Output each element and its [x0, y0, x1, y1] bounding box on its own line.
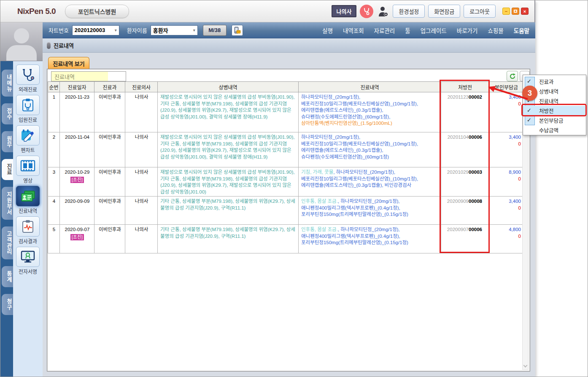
checkmark-icon: ✓ — [527, 117, 531, 123]
table-row[interactable]: 42020-09-09이비인후과나의사기타 근통, 상세불명 부분(M79.19… — [48, 197, 524, 225]
screen-lock-button[interactable]: 화면잠금 — [428, 5, 460, 18]
stethoscope-badge-icon[interactable] — [360, 5, 373, 18]
treatment-history-table: 순번진료일자진료과진료의사상병내역진료내역처방전본인부담금 12020-11-2… — [48, 81, 524, 253]
sex-age-button[interactable]: M/38 — [203, 25, 227, 36]
column-header-5[interactable]: 진료내역 — [299, 82, 441, 92]
popup-item-3[interactable]: ✓처방전 — [523, 106, 586, 116]
diagnosis-cell: 재발성으로 명시되어 있지 않은 상세불명의 급성 부비동염(J01.90), … — [158, 132, 299, 167]
diagnosis-cell: 기타 근통, 상세불명 부분(M79.198), 상세불명의 위염(K29.7)… — [158, 197, 299, 225]
popup-item-0[interactable]: ✓진료과 — [523, 77, 586, 86]
sidebar-tab-1[interactable]: 접수 — [2, 103, 13, 124]
chevron-down-icon — [523, 364, 528, 368]
sidebar-item-label: 전자서명 — [19, 268, 37, 275]
chart-number-value: 2020120003 — [75, 27, 105, 33]
table-row[interactable]: 12020-11-23이비인후과나의사재발성으로 명시되어 있지 않은 상세불명… — [48, 92, 524, 132]
chart-number-label: 차트번호 — [49, 26, 69, 34]
menu-item-1[interactable]: 내역조회 — [343, 26, 364, 35]
sidebar-item-6[interactable]: 전자서명 — [16, 247, 40, 275]
copay-cell: 3,4000 — [489, 197, 524, 225]
phone-message-icon[interactable] — [232, 25, 243, 36]
refresh-icon[interactable] — [507, 71, 518, 81]
sidebar-tab-6[interactable]: 통계 — [2, 266, 13, 287]
column-header-1[interactable]: 진료일자 — [60, 82, 94, 92]
menu-item-6[interactable]: 쇼핑몰 — [488, 26, 503, 35]
sidebar-item-2[interactable]: 펜차트 — [16, 125, 40, 153]
column-header-6[interactable]: 처방전 — [441, 82, 489, 92]
page-title: 진료내역 — [54, 41, 74, 49]
copay-cell: 3,4000 — [489, 92, 524, 132]
sidebar: 내메뉴접수원무진료지원부서고객관리통계청구 외래진료입원진료펜차트영상진료내역검… — [0, 22, 43, 377]
patient-name-select[interactable]: 홍환자 ▾ — [151, 25, 198, 35]
hospital-name-badge: 포인트닉스병원 — [65, 5, 129, 18]
first-visit-badge: [초진] — [70, 234, 84, 241]
menu-item-2[interactable]: 자료관리 — [374, 26, 395, 35]
prescription-cell: 2020110400006 — [441, 132, 489, 167]
sidebar-item-3[interactable]: 영상 — [16, 156, 40, 184]
sidebar-tab-2[interactable]: 원무 — [2, 131, 13, 152]
capsule-icon — [47, 42, 51, 49]
inpatient-icon — [16, 95, 40, 115]
page-header: 진료내역 — [43, 38, 535, 53]
menu-item-0[interactable]: 실행 — [322, 26, 333, 35]
sidebar-tab-7[interactable]: 청구 — [2, 294, 13, 315]
popup-item-4[interactable]: ✓본인부담금 — [523, 116, 586, 125]
sidebar-item-5[interactable]: 검사결과 — [16, 216, 40, 245]
treatment-cell: 하나파모티딘정_(20mg/1정),베포리진정10밀리그램(베포타스틴베실산염)… — [299, 132, 441, 167]
app-window: NixPen 5.0 포인트닉스병원 나의사 환경설정 화면잠금 로그아웃 − … — [0, 0, 535, 377]
sidebar-item-label: 진료내역 — [19, 207, 37, 214]
treatment-cell: 인후통, 몸살 조금., 하나파모티딘정_(20mg/1정),애니펜정400밀리… — [299, 197, 441, 225]
sidebar-tab-5[interactable]: 고객관리 — [2, 226, 13, 259]
imaging-icon — [16, 156, 40, 176]
prescription-cell: 2020090900008 — [441, 197, 489, 225]
close-icon[interactable]: × — [521, 8, 529, 15]
search-input[interactable] — [51, 71, 126, 81]
menu-item-4[interactable]: 업그레이드 — [421, 26, 447, 35]
table-row[interactable]: 32020-10-29[초진]이비인후과나의사재발성으로 명시되어 있지 않은 … — [48, 167, 524, 197]
settings-button[interactable]: 환경설정 — [393, 5, 425, 18]
sidebar-tab-3[interactable]: 진료 — [2, 159, 13, 180]
sidebar-item-0[interactable]: 외래진료 — [16, 65, 40, 93]
menu-item-3[interactable]: 툴 — [405, 26, 410, 35]
avatar — [0, 22, 43, 61]
column-header-3[interactable]: 진료의사 — [125, 82, 158, 92]
menu-item-5[interactable]: 바로가기 — [457, 26, 478, 35]
app-titlebar: NixPen 5.0 포인트닉스병원 나의사 환경설정 화면잠금 로그아웃 − … — [0, 0, 534, 22]
column-header-0[interactable]: 순번 — [48, 82, 60, 92]
column-header-2[interactable]: 진료과 — [94, 82, 125, 92]
content-area: 진료내역 보기 ▾ 순번진료일자진료과진료의사상병내역진료내역처방전본인부담금 … — [43, 53, 535, 377]
menu-item-7[interactable]: 도움말 — [514, 26, 529, 35]
diagnosis-cell: 기타 근통, 상세불명 부분(M79.198), 상세불명의 위염(K29.7)… — [158, 225, 299, 253]
pen-chart-icon — [16, 125, 40, 145]
chart-number-select[interactable]: 2020120003 ▾ — [72, 25, 119, 35]
popup-rows: ✓진료과✓상병내역✓진료내역✓처방전✓본인부담금수납금액 — [523, 75, 586, 135]
patient-toolbar: 차트번호 2020120003 ▾ 환자이름 홍환자 ▾ M/38 실행내역조회… — [43, 22, 535, 38]
user-settings-icon[interactable] — [377, 5, 389, 18]
patient-name-value: 홍환자 — [153, 26, 168, 34]
popup-item-5[interactable]: 수납금액 — [523, 125, 586, 135]
checkmark-icon: ✓ — [527, 78, 531, 84]
prescription-cell: 2020090700006 — [441, 225, 489, 253]
minimize-icon[interactable]: − — [502, 8, 510, 15]
diagnosis-cell: 재발성으로 명시되어 있지 않은 상세불명의 급성 부비동염(J01.90), … — [158, 92, 299, 132]
logout-button[interactable]: 로그아웃 — [464, 5, 496, 18]
sidebar-item-4[interactable]: 진료내역 — [16, 186, 40, 214]
sidebar-item-label: 검사결과 — [19, 237, 37, 245]
screen: NixPen 5.0 포인트닉스병원 나의사 환경설정 화면잠금 로그아웃 − … — [0, 0, 588, 377]
table-header-row: 순번진료일자진료과진료의사상병내역진료내역처방전본인부담금 — [48, 82, 524, 92]
sidebar-item-label: 펜차트 — [21, 146, 35, 153]
e-sign-icon — [16, 247, 40, 267]
sidebar-tab-4[interactable]: 지원부서 — [2, 187, 13, 220]
column-header-4[interactable]: 상병내역 — [158, 82, 299, 92]
sidebar-item-1[interactable]: 입원진료 — [16, 95, 40, 123]
current-user-button[interactable]: 나의사 — [332, 5, 357, 17]
sidebar-tab-0[interactable]: 내메뉴 — [2, 70, 13, 97]
treatment-cell: 인후통, 몸살 조금., 하나파모티딘정_(20mg/1정),애니펜정400밀리… — [299, 225, 441, 253]
treatment-history-panel: ▾ 순번진료일자진료과진료의사상병내역진료내역처방전본인부담금 12020-11… — [47, 69, 530, 372]
sidebar-tabstrip: 내메뉴접수원무진료지원부서고객관리통계청구 — [0, 61, 13, 377]
maximize-icon[interactable] — [512, 8, 519, 15]
table-row[interactable]: 22020-11-04이비인후과나의사재발성으로 명시되어 있지 않은 상세불명… — [48, 132, 524, 167]
column-header-7[interactable]: 본인부담금 — [489, 82, 524, 92]
tab-treatment-history-view[interactable]: 진료내역 보기 — [48, 57, 89, 69]
chevron-down-icon: ▾ — [193, 28, 195, 32]
table-row[interactable]: 52020-09-07[초진]이비인후과나의사기타 근통, 상세불명 부분(M7… — [48, 225, 524, 253]
